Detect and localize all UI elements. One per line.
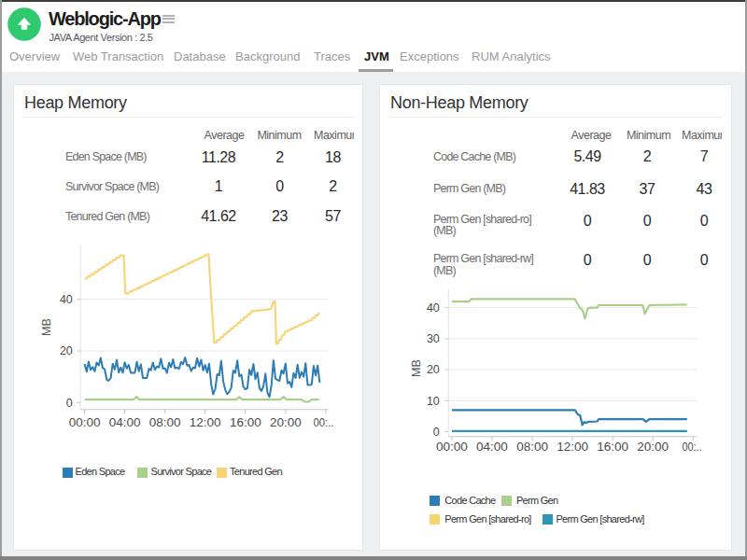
svg-text:20:00: 20:00 [270,415,302,429]
svg-text:00:00: 00:00 [69,415,101,429]
svg-text:00:00: 00:00 [436,440,468,454]
svg-text:0: 0 [66,397,73,410]
svg-text:MB: MB [40,318,53,336]
svg-text:20:00: 20:00 [637,440,669,454]
svg-text:40: 40 [427,301,440,315]
svg-text:08:00: 08:00 [516,440,548,454]
svg-text:16:00: 16:00 [597,440,628,454]
svg-text:MB: MB [410,359,423,377]
svg-text:20: 20 [427,363,440,376]
svg-text:04:00: 04:00 [476,440,508,454]
svg-text:00:..: 00:.. [683,440,702,454]
svg-text:12:00: 12:00 [557,440,588,454]
svg-text:16:00: 16:00 [230,415,261,429]
svg-text:12:00: 12:00 [190,415,221,429]
svg-text:10: 10 [427,395,440,408]
svg-text:40: 40 [60,293,73,306]
svg-text:30: 30 [427,332,440,345]
svg-text:20: 20 [60,344,73,357]
svg-text:04:00: 04:00 [109,415,141,429]
svg-text:08:00: 08:00 [149,415,181,429]
svg-text:00:..: 00:.. [314,415,334,429]
svg-text:0: 0 [433,426,440,439]
